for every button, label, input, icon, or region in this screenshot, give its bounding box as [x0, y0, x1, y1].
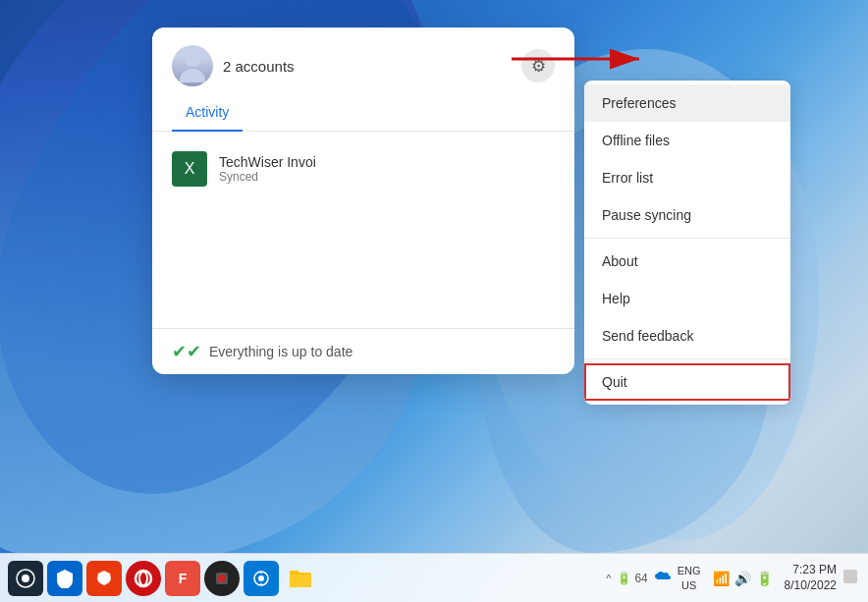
- taskbar-icon-foxit[interactable]: F: [165, 561, 200, 596]
- menu-item-quit[interactable]: Quit: [584, 363, 790, 401]
- taskbar-icon-vpn[interactable]: [47, 561, 82, 596]
- battery-indicator: 🔋 64: [617, 572, 647, 585]
- language-indicator[interactable]: ENG US: [678, 564, 701, 592]
- svg-point-3: [22, 575, 29, 582]
- file-status: Synced: [219, 170, 555, 184]
- file-icon-excel: X: [172, 151, 207, 187]
- wifi-icon[interactable]: 📶: [713, 571, 730, 586]
- avatar: [172, 45, 213, 86]
- panel-tabs: Activity: [152, 96, 574, 132]
- dropdown-menu: Preferences Offline files Error list Pau…: [584, 81, 790, 405]
- arrow-annotation: [502, 29, 659, 88]
- menu-group-1: Preferences Offline files Error list Pau…: [584, 81, 790, 238]
- clock[interactable]: 7:23 PM 8/10/2022: [785, 563, 837, 593]
- system-icons: 📶 🔊 🔋: [713, 571, 773, 586]
- svg-point-9: [258, 575, 264, 581]
- menu-item-help[interactable]: Help: [584, 280, 790, 317]
- taskbar-icon-black-app[interactable]: [204, 561, 240, 596]
- menu-item-about[interactable]: About: [584, 243, 790, 280]
- time-display: 7:23 PM: [792, 563, 837, 578]
- svg-rect-12: [843, 570, 857, 583]
- battery-icon[interactable]: 🔋: [756, 571, 773, 586]
- activity-item: X TechWiser Invoi Synced: [152, 143, 574, 194]
- taskbar-left: F: [0, 561, 318, 596]
- onedrive-tray-icon[interactable]: [654, 569, 672, 587]
- taskbar: F ^: [0, 553, 868, 602]
- svg-point-7: [218, 575, 226, 582]
- taskbar-right: ^ 🔋 64 ENG US 📶 🔊 🔋 7:23 PM 8/10/2022: [606, 563, 868, 593]
- svg-point-4: [136, 571, 151, 586]
- menu-group-3: Quit: [584, 358, 790, 405]
- date-display: 8/10/2022: [785, 578, 837, 594]
- taskbar-icon-brave[interactable]: [86, 561, 122, 596]
- file-name: TechWiser Invoi: [219, 154, 555, 170]
- notification-button[interactable]: [842, 569, 858, 587]
- menu-item-offline-files[interactable]: Offline files: [584, 122, 790, 159]
- taskbar-icon-steam[interactable]: [8, 561, 43, 596]
- volume-icon[interactable]: 🔊: [734, 571, 751, 586]
- account-info: 2 accounts: [172, 45, 295, 86]
- menu-item-pause-syncing[interactable]: Pause syncing: [584, 196, 790, 234]
- menu-group-2: About Help Send feedback: [584, 238, 790, 358]
- tab-activity[interactable]: Activity: [172, 96, 243, 132]
- menu-item-error-list[interactable]: Error list: [584, 159, 790, 196]
- footer-text: Everything is up to date: [209, 344, 353, 359]
- taskbar-icon-folder[interactable]: [283, 561, 318, 596]
- menu-item-send-feedback[interactable]: Send feedback: [584, 317, 790, 355]
- panel-body: X TechWiser Invoi Synced: [152, 132, 574, 328]
- svg-point-5: [139, 572, 147, 585]
- taskbar-icon-opera[interactable]: [126, 561, 161, 596]
- taskbar-icon-outlook[interactable]: [244, 561, 279, 596]
- accounts-label: 2 accounts: [223, 58, 295, 75]
- check-icon: ✔✔: [172, 341, 201, 362]
- sys-tray[interactable]: ^: [606, 573, 611, 584]
- panel-footer: ✔✔ Everything is up to date: [152, 328, 574, 374]
- menu-item-preferences[interactable]: Preferences: [584, 84, 790, 122]
- file-info: TechWiser Invoi Synced: [219, 154, 555, 184]
